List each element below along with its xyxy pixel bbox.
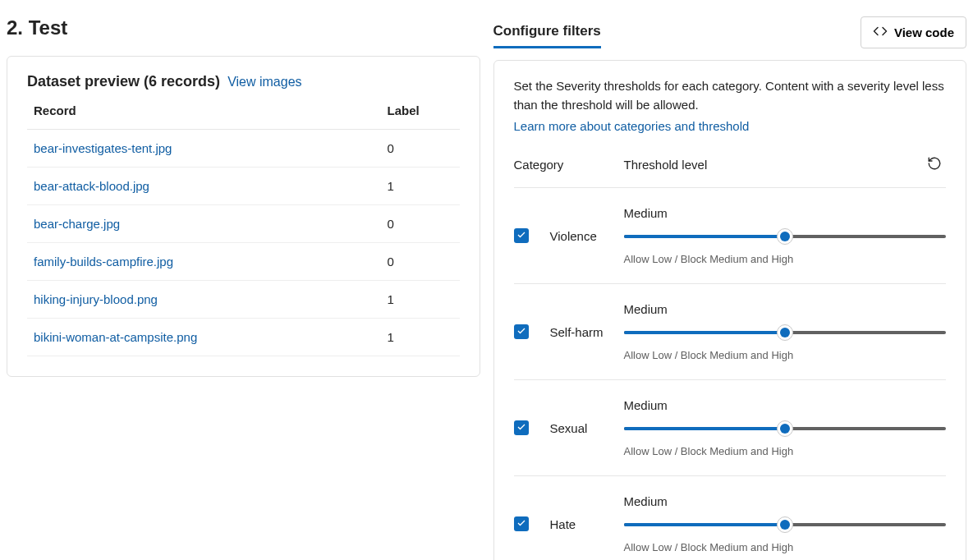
filter-name: Self-harm [550, 325, 624, 339]
threshold-hint: Allow Low / Block Medium and High [624, 445, 947, 457]
threshold-slider[interactable] [624, 516, 947, 533]
table-row: bear-investigates-tent.jpg0 [27, 130, 460, 168]
reset-icon [927, 156, 942, 173]
filter-row: SexualMediumAllow Low / Block Medium and… [514, 380, 947, 476]
table-row: family-builds-campfire.jpg0 [27, 243, 460, 281]
record-label: 0 [388, 255, 453, 269]
tab-configure-filters[interactable]: Configure filters [493, 16, 601, 48]
column-record: Record [34, 103, 388, 117]
slider-fill [624, 331, 785, 334]
header-threshold: Threshold level [624, 158, 924, 172]
slider-thumb[interactable] [777, 228, 793, 245]
reset-button[interactable] [923, 153, 946, 176]
filter-row: Self-harmMediumAllow Low / Block Medium … [514, 284, 947, 380]
filter-name: Violence [550, 229, 624, 243]
record-label: 1 [388, 292, 453, 306]
table-row: bear-charge.jpg0 [27, 205, 460, 243]
dataset-title: Dataset preview (6 records) [27, 73, 220, 90]
table-row: bikini-woman-at-campsite.png1 [27, 319, 460, 356]
record-link[interactable]: bear-investigates-tent.jpg [34, 141, 388, 155]
record-link[interactable]: family-builds-campfire.jpg [34, 255, 388, 269]
threshold-hint: Allow Low / Block Medium and High [624, 253, 947, 265]
record-label: 1 [388, 179, 453, 193]
filter-checkbox[interactable] [514, 324, 529, 339]
threshold-slider[interactable] [624, 420, 947, 437]
check-icon [516, 517, 526, 530]
view-code-label: View code [894, 25, 954, 39]
threshold-level-label: Medium [624, 494, 947, 508]
record-label: 0 [388, 141, 453, 155]
slider-fill [624, 235, 785, 238]
view-code-button[interactable]: View code [861, 16, 966, 48]
table-row: hiking-injury-blood.png1 [27, 281, 460, 319]
threshold-slider[interactable] [624, 228, 947, 245]
filter-row: ViolenceMediumAllow Low / Block Medium a… [514, 188, 947, 284]
record-label: 1 [388, 330, 453, 344]
dataset-card: Dataset preview (6 records) View images … [7, 56, 480, 377]
record-link[interactable]: bear-charge.jpg [34, 217, 388, 231]
threshold-hint: Allow Low / Block Medium and High [624, 349, 947, 361]
threshold-hint: Allow Low / Block Medium and High [624, 541, 947, 553]
slider-fill [624, 427, 785, 430]
slider-thumb[interactable] [777, 324, 793, 341]
filter-name: Sexual [550, 421, 624, 435]
threshold-level-label: Medium [624, 206, 947, 220]
slider-fill [624, 523, 785, 526]
header-category: Category [514, 158, 624, 172]
check-icon [516, 421, 526, 434]
section-title: 2. Test [7, 16, 480, 39]
filter-row: HateMediumAllow Low / Block Medium and H… [514, 476, 947, 558]
learn-more-link[interactable]: Learn more about categories and threshol… [514, 119, 750, 133]
threshold-level-label: Medium [624, 302, 947, 316]
table-row: bear-attack-blood.jpg1 [27, 168, 460, 205]
filters-card: Set the Severity thresholds for each cat… [493, 60, 967, 560]
filter-name: Hate [550, 517, 624, 531]
record-link[interactable]: bikini-woman-at-campsite.png [34, 330, 388, 344]
filters-description: Set the Severity thresholds for each cat… [514, 77, 947, 114]
view-images-link[interactable]: View images [227, 75, 301, 89]
record-label: 0 [388, 217, 453, 231]
filter-checkbox[interactable] [514, 420, 529, 435]
filter-checkbox[interactable] [514, 228, 529, 243]
slider-thumb[interactable] [777, 420, 793, 437]
column-label: Label [388, 103, 453, 117]
check-icon [516, 229, 526, 242]
slider-thumb[interactable] [777, 516, 793, 533]
threshold-slider[interactable] [624, 324, 947, 341]
check-icon [516, 325, 526, 338]
record-link[interactable]: bear-attack-blood.jpg [34, 179, 388, 193]
code-icon [873, 24, 888, 41]
record-link[interactable]: hiking-injury-blood.png [34, 292, 388, 306]
table-header: Record Label [27, 99, 460, 130]
threshold-level-label: Medium [624, 398, 947, 412]
filter-checkbox[interactable] [514, 516, 529, 531]
